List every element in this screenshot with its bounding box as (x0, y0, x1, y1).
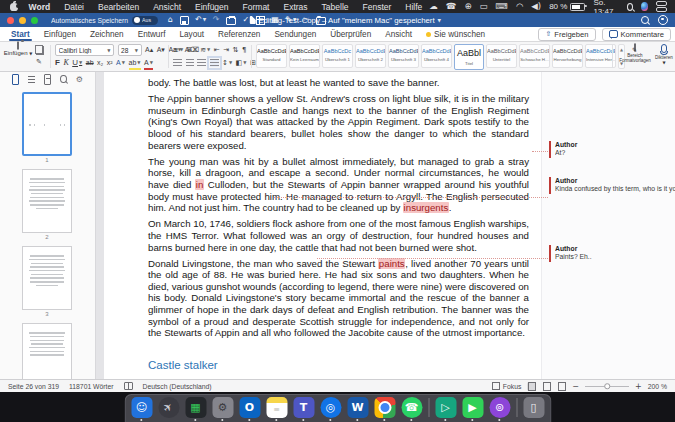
ribbon-tab-sendungen[interactable]: Sendungen (267, 27, 323, 41)
font-name-select[interactable]: Calibri Ligh ▼ (55, 44, 114, 56)
redo-button[interactable]: ↷ (213, 13, 220, 27)
web-layout-view-button[interactable] (542, 382, 551, 391)
document-text[interactable]: body. The battle was lost, but at least … (148, 77, 529, 371)
style-card-überschrift-2[interactable]: AaBbCcDdEeÜberschrift 2 (355, 44, 386, 68)
comment-card-2[interactable]: AuthorKinda confused by this term, who i… (549, 177, 675, 194)
show-paragraph-marks-button[interactable]: ¶ (242, 45, 246, 55)
font-size-select[interactable]: 28 ▼ (118, 44, 142, 56)
style-card-titel[interactable]: AaBblTitel (454, 44, 484, 70)
style-card-überschrift-3[interactable]: AaBbCcDdEeÜberschrift 3 (388, 44, 419, 68)
close-window-button[interactable] (7, 17, 14, 24)
dock-app-outlook-icon[interactable]: O (239, 397, 260, 418)
strikethrough-button[interactable]: ab (86, 58, 94, 68)
superscript-button[interactable]: x² (107, 58, 113, 68)
subscript-button[interactable]: x₂ (97, 58, 103, 68)
increase-indent-button[interactable]: ⇥ (223, 45, 229, 55)
paste-button[interactable]: Einfügen ▼ (0, 42, 36, 56)
outline-view-button[interactable] (557, 382, 566, 391)
headings-tab-icon[interactable] (28, 76, 35, 83)
thumbnails-tab-icon[interactable] (12, 74, 19, 85)
ribbon-tab-referenzen[interactable]: Referenzen (211, 27, 267, 41)
comment-card-1[interactable]: AuthorAt? (549, 141, 675, 158)
menu-extras[interactable]: Extras (276, 2, 314, 12)
underline-button[interactable]: U▼ (72, 58, 82, 68)
style-card-schwache-h-[interactable]: AaBbCcDdEeSchwache H... (519, 44, 550, 68)
shrink-font-button[interactable]: A▾ (157, 45, 165, 55)
battery-indicator[interactable]: 80 % (549, 2, 585, 11)
grow-font-button[interactable]: A▴ (145, 45, 153, 55)
dock-app-chrome-icon[interactable] (374, 397, 395, 418)
dock-app-trash-icon[interactable]: ▯ (523, 397, 544, 418)
highlight-color-button[interactable]: ab▼ (129, 58, 141, 68)
sidebar-search-icon[interactable] (60, 75, 67, 83)
dock-app-system-settings-icon[interactable]: ⚙ (212, 397, 233, 418)
dock-app-word-icon[interactable]: W (347, 397, 368, 418)
multilevel-list-button[interactable]: ≋▼ (200, 45, 210, 55)
zoom-in-button[interactable]: + (635, 382, 642, 391)
ribbon-tab-zeichnen[interactable]: Zeichnen (83, 27, 131, 41)
numbered-list-button[interactable]: ≣▼ (187, 45, 197, 55)
style-card-kein-leerraum[interactable]: AaBbCcDdEeKein Leerraum (289, 44, 320, 68)
style-card-untertitel[interactable]: AaBbCcDdEeUntertitel (486, 44, 517, 68)
print-icon[interactable] (226, 15, 236, 25)
zoom-slider[interactable] (585, 386, 629, 387)
menu-datei[interactable]: Datei (57, 2, 91, 12)
align-center-button[interactable] (186, 59, 194, 67)
document-title[interactable]: Editing-Test-Copy – Auf "meinem Mac" ges… (249, 16, 441, 25)
dock-app-podcasts-icon[interactable]: ⊚ (489, 397, 510, 418)
bold-button[interactable]: F (55, 58, 60, 68)
document-paragraph[interactable]: The young man was hit by a bullet almost… (148, 156, 529, 214)
ribbon-tab-start[interactable]: Start (4, 27, 37, 41)
spelling-check-icon[interactable]: ✓ (243, 13, 250, 27)
home-icon[interactable]: ⌂ (168, 13, 173, 27)
account-icon[interactable] (658, 15, 668, 25)
dock-app-blue-arcs-app-icon[interactable]: ◎ (320, 397, 341, 418)
zoom-out-button[interactable]: − (572, 382, 579, 391)
page-thumbnail-4[interactable] (22, 323, 72, 379)
ribbon-tab-überprüfen[interactable]: Überprüfen (323, 27, 378, 41)
volume-icon[interactable]: ◀) (531, 0, 541, 13)
ribbon-tab-entwurf[interactable]: Entwurf (131, 27, 173, 41)
align-left-button[interactable] (173, 59, 182, 67)
align-right-button[interactable] (197, 59, 206, 67)
menu-tabelle[interactable]: Tabelle (315, 2, 356, 12)
keyboard-icon[interactable]: ⌨ (496, 0, 508, 13)
spotlight-search-icon[interactable] (627, 3, 633, 11)
dock-app-launchpad-icon[interactable]: ✈ (158, 397, 179, 418)
style-card-überschrift-4[interactable]: AaBbCcDdEeÜberschrift 4 (421, 44, 452, 68)
comment-card-3[interactable]: AuthorPaints? Eh.. (549, 245, 675, 262)
document-paragraph[interactable]: body. The battle was lost, but at least … (148, 77, 529, 89)
document-paragraph[interactable]: The Appin banner shows a yellow St. Andr… (148, 93, 529, 151)
style-card-überschrift-1[interactable]: AaBbCcDcÜberschrift 1 (322, 44, 353, 68)
ribbon-tab-sie-wünschen[interactable]: Sie wünschen (419, 27, 492, 41)
sync-icon[interactable]: ⊕ (464, 0, 471, 13)
italic-button[interactable]: K (63, 58, 68, 68)
language-indicator[interactable]: Deutsch (Deutschland) (143, 383, 212, 390)
dock-app-teams-icon[interactable]: T (293, 397, 314, 418)
dock-app-window-grid-app-icon[interactable]: ▦ (185, 397, 206, 418)
page-thumbnail-3[interactable] (22, 246, 72, 310)
menu-bearbeiten[interactable]: Bearbeiten (91, 2, 146, 12)
dock-app-notes-icon[interactable]: ≡ (266, 397, 287, 418)
dock-app-whatsapp-icon[interactable]: ☎ (401, 397, 422, 418)
menu-ansicht[interactable]: Ansicht (146, 2, 188, 12)
undo-button[interactable]: ↶▼ (195, 13, 206, 27)
bullet-list-button[interactable]: ≡▼ (173, 45, 183, 55)
share-button[interactable]: ⇧ Freigeben (538, 28, 595, 41)
ribbon-tab-layout[interactable]: Layout (172, 27, 211, 41)
phone-icon[interactable]: ☎ (446, 0, 457, 13)
comments-button[interactable]: Kommentare (602, 28, 671, 41)
document-paragraph[interactable]: On March 10, 1746, soldiers flock ashore… (148, 218, 529, 253)
styles-pane-button[interactable]: Bereich Formatvorlagen (617, 44, 653, 63)
autosave-toggle[interactable]: Aus (132, 16, 158, 25)
shading-button[interactable]: ◧▼ (236, 58, 247, 68)
dictate-button[interactable]: Diktieren ▼ (655, 44, 673, 65)
zoom-window-button[interactable] (31, 17, 38, 24)
siri-icon[interactable] (641, 2, 648, 11)
style-card-standard[interactable]: AaBbCcDdEeStandard (256, 44, 287, 68)
style-card-hervorhebung[interactable]: AaBbCcDdEeHervorhebung (552, 44, 583, 68)
zoom-slider-knob[interactable] (604, 383, 610, 389)
display-icon[interactable]: ▭ (480, 0, 488, 13)
search-icon[interactable] (641, 16, 649, 24)
minimize-window-button[interactable] (19, 17, 26, 24)
